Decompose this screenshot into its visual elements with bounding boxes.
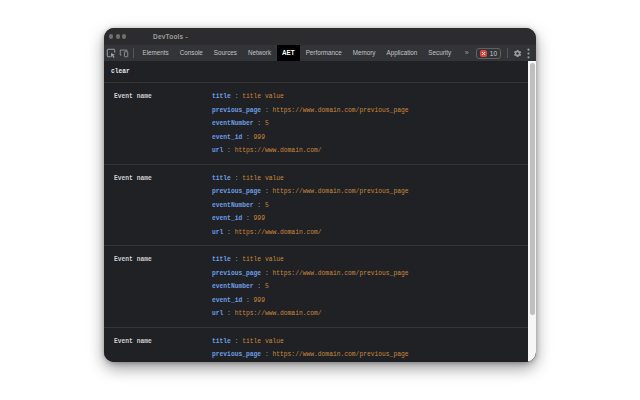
field-colon: :	[242, 134, 253, 141]
window-title: DevTools -	[153, 28, 188, 45]
event-name: Event name	[104, 253, 212, 321]
event-name: Event name	[104, 90, 212, 158]
field-colon: :	[231, 175, 242, 182]
tab-console[interactable]: Console	[174, 45, 208, 61]
field-colon: :	[254, 283, 265, 290]
field-value: https://www.domain.com/previous_page	[272, 270, 408, 277]
field-key: url	[212, 147, 223, 154]
event-field-url: url : https://www.domain.com/	[212, 144, 536, 158]
field-key: url	[212, 229, 223, 236]
gear-icon[interactable]	[511, 45, 524, 61]
field-colon: :	[223, 310, 234, 317]
field-key: event_id	[212, 134, 242, 141]
event-field-previous_page: previous_page : https://www.domain.com/p…	[212, 348, 536, 362]
scrollbar-thumb[interactable]	[530, 63, 535, 315]
field-value: https://www.domain.com/	[235, 147, 322, 154]
tab-elements[interactable]: Elements	[137, 45, 174, 61]
tab-memory[interactable]: Memory	[347, 45, 381, 61]
error-count: 10	[490, 50, 497, 57]
field-key: title	[212, 175, 231, 182]
event-block: Event nametitle : title valueprevious_pa…	[104, 165, 536, 247]
field-colon: :	[231, 256, 242, 263]
field-key: previous_page	[212, 351, 261, 358]
toolbar: ElementsConsoleSourcesNetworkAETPerforma…	[104, 45, 536, 61]
event-field-event_id: event_id : 999	[212, 212, 536, 226]
event-field-title: title : title value	[212, 90, 536, 104]
field-value: https://www.domain.com/	[235, 229, 322, 236]
event-block: Event nametitle : title valueprevious_pa…	[104, 246, 536, 328]
event-field-title: title : title value	[212, 335, 536, 349]
field-value: title value	[242, 338, 284, 345]
event-field-url: url : https://www.domain.com/	[212, 226, 536, 240]
field-key: event_id	[212, 215, 242, 222]
field-value: 999	[254, 134, 265, 141]
field-colon: :	[223, 147, 234, 154]
zoom-button[interactable]	[122, 34, 126, 38]
field-value: 5	[265, 283, 269, 290]
field-colon: :	[242, 297, 253, 304]
field-colon: :	[242, 215, 253, 222]
error-badge[interactable]: 10	[476, 48, 501, 59]
field-colon: :	[254, 202, 265, 209]
field-key: previous_page	[212, 270, 261, 277]
field-value: 5	[265, 120, 269, 127]
kebab-menu-icon[interactable]	[524, 45, 533, 61]
minimize-button[interactable]	[116, 34, 120, 38]
field-value: 999	[254, 215, 265, 222]
field-colon: :	[223, 229, 234, 236]
tab-network[interactable]: Network	[242, 45, 276, 61]
field-colon: :	[231, 93, 242, 100]
field-key: eventNumber	[212, 202, 254, 209]
field-value: https://www.domain.com/	[235, 310, 322, 317]
traffic-lights	[109, 34, 126, 38]
event-field-previous_page: previous_page : https://www.domain.com/p…	[212, 267, 536, 281]
field-value: title value	[242, 256, 284, 263]
device-toolbar-icon[interactable]	[117, 45, 130, 61]
field-key: title	[212, 256, 231, 263]
event-name: Event name	[104, 335, 212, 363]
field-value: 5	[265, 202, 269, 209]
field-key: event_id	[212, 297, 242, 304]
tab-application[interactable]: Application	[381, 45, 423, 61]
event-field-eventNumber: eventNumber : 5	[212, 362, 536, 363]
event-field-title: title : title value	[212, 172, 536, 186]
field-colon: :	[261, 351, 272, 358]
clear-button[interactable]: clear	[104, 61, 536, 83]
event-field-event_id: event_id : 999	[212, 131, 536, 145]
titlebar[interactable]: DevTools -	[104, 28, 536, 45]
console-panel: clear Event nametitle : title valueprevi…	[104, 61, 536, 362]
field-value: title value	[242, 93, 284, 100]
event-field-eventNumber: eventNumber : 5	[212, 117, 536, 131]
field-value: title value	[242, 175, 284, 182]
event-name: Event name	[104, 172, 212, 240]
scrollbar[interactable]	[528, 61, 536, 362]
more-tabs-icon[interactable]: »	[461, 45, 473, 61]
error-icon	[480, 50, 487, 57]
event-fields: title : title valueprevious_page : https…	[212, 172, 536, 240]
field-colon: :	[231, 338, 242, 345]
field-value: https://www.domain.com/previous_page	[272, 188, 408, 195]
field-value: 999	[254, 297, 265, 304]
field-key: previous_page	[212, 107, 261, 114]
close-button[interactable]	[109, 34, 113, 38]
tab-aet[interactable]: AET	[277, 45, 301, 61]
tab-security[interactable]: Security	[423, 45, 457, 61]
event-fields: title : title valueprevious_page : https…	[212, 335, 536, 363]
toolbar-separator	[133, 48, 134, 58]
field-value: https://www.domain.com/previous_page	[272, 351, 408, 358]
event-fields: title : title valueprevious_page : https…	[212, 253, 536, 321]
tab-sources[interactable]: Sources	[208, 45, 242, 61]
field-key: title	[212, 338, 231, 345]
toolbar-right: » 10	[461, 45, 536, 61]
tab-performance[interactable]: Performance	[300, 45, 347, 61]
inspect-icon[interactable]	[104, 45, 117, 61]
field-colon: :	[254, 120, 265, 127]
field-key: title	[212, 93, 231, 100]
field-key: previous_page	[212, 188, 261, 195]
event-block: Event nametitle : title valueprevious_pa…	[104, 328, 536, 363]
event-field-eventNumber: eventNumber : 5	[212, 280, 536, 294]
event-block: Event nametitle : title valueprevious_pa…	[104, 83, 536, 165]
field-value: https://www.domain.com/previous_page	[272, 107, 408, 114]
event-field-event_id: event_id : 999	[212, 294, 536, 308]
event-list: Event nametitle : title valueprevious_pa…	[104, 83, 536, 362]
